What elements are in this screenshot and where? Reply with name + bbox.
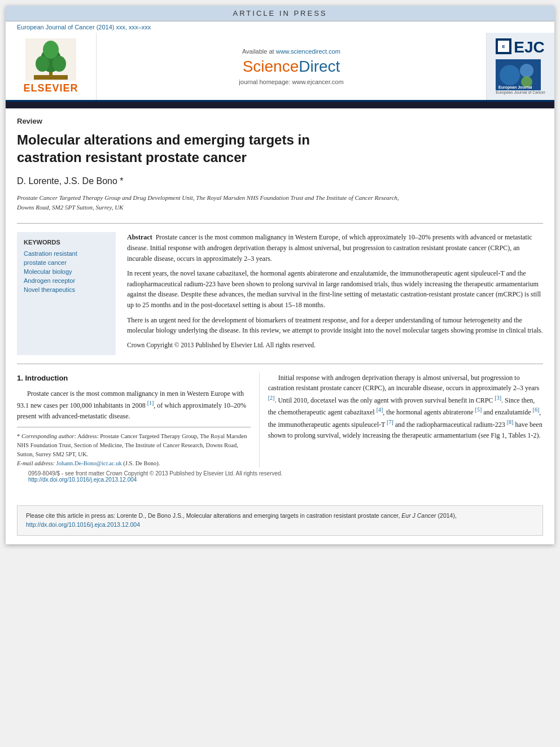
- intro-para-left: Prostate cancer is the most common malig…: [17, 388, 251, 422]
- ref-3[interactable]: [3]: [495, 395, 501, 401]
- authors: D. Lorente, J.S. De Bono *: [17, 176, 543, 186]
- svg-rect-6: [34, 75, 68, 80]
- elsevier-logo: ELSEVIER: [23, 38, 78, 94]
- article-title: Molecular alterations and emerging targe…: [17, 131, 367, 166]
- svg-point-9: [520, 64, 533, 77]
- svg-text:European Journal: European Journal: [498, 85, 532, 90]
- abstract-para-1: Abstract Prostate cancer is the most com…: [127, 232, 543, 264]
- right-column: Initial response with androgen deprivati…: [259, 373, 543, 468]
- ejc-subtitle: European Journal of Cancer: [496, 90, 545, 94]
- article-content: Review Molecular alterations and emergin…: [6, 108, 554, 497]
- affiliation-text: Prostate Cancer Targeted Therapy Group a…: [17, 194, 399, 211]
- article-type-label: Review: [17, 117, 543, 125]
- svg-point-4: [53, 56, 66, 72]
- ejc-logo: E EJC European Journal European Journal …: [496, 38, 545, 94]
- section-title: 1. Introduction: [17, 374, 68, 382]
- svg-point-5: [43, 41, 59, 59]
- journal-homepage-text: journal homepage: www.ejcancer.com: [239, 78, 343, 85]
- ref-8[interactable]: [8]: [507, 419, 514, 425]
- elsevier-tree-icon: [25, 38, 76, 81]
- abstract-section: KEYWORDS Castration resistant prostate c…: [17, 223, 543, 364]
- keywords-title: KEYWORDS: [24, 239, 109, 246]
- email-link[interactable]: Johann.De-Bono@icr.ac.uk: [56, 460, 122, 466]
- abstract-label: Abstract: [127, 233, 156, 241]
- journal-citation: European Journal of Cancer (2014) xxx, x…: [17, 24, 151, 30]
- footnotes: * Corresponding author: Address: Prostat…: [17, 427, 251, 468]
- article-page: ARTICLE IN PRESS European Journal of Can…: [6, 6, 554, 544]
- dark-separator: [6, 102, 554, 108]
- svg-point-8: [500, 65, 520, 85]
- citation-box: Please cite this article in press as: Lo…: [17, 505, 543, 536]
- author-names: D. Lorente, J.S. De Bono *: [17, 176, 124, 186]
- sciencedirect-url[interactable]: www.sciencedirect.com: [276, 48, 340, 55]
- article-in-press-banner: ARTICLE IN PRESS: [6, 6, 554, 21]
- introduction-heading: 1. Introduction: [17, 373, 251, 384]
- ref-4[interactable]: [4]: [377, 407, 383, 413]
- sciencedirect-logo: ScienceDirect: [243, 58, 340, 76]
- issn-text: 0959-8049/$ - see front matter Crown Cop…: [28, 470, 532, 477]
- abstract-para-2: In recent years, the novel taxane cabazi…: [127, 268, 543, 310]
- corresponding-author: * Corresponding author: Address: Prostat…: [17, 432, 251, 458]
- left-column: 1. Introduction Prostate cancer is the m…: [17, 373, 259, 468]
- keywords-box: KEYWORDS Castration resistant prostate c…: [17, 232, 116, 355]
- ejc-logo-area: E EJC European Journal European Journal …: [487, 33, 554, 100]
- affiliation: Prostate Cancer Targeted Therapy Group a…: [17, 193, 412, 212]
- abstract-text: Abstract Prostate cancer is the most com…: [127, 232, 543, 355]
- abstract-para-3: There is an urgent need for the developm…: [127, 315, 543, 336]
- ref-1[interactable]: [1]: [147, 400, 154, 406]
- ref-6[interactable]: [6]: [533, 407, 540, 413]
- banner-text: ARTICLE IN PRESS: [233, 9, 327, 18]
- copyright-text: Crown Copyright © 2013 Published by Else…: [127, 340, 543, 351]
- keyword-2[interactable]: prostate cancer: [24, 259, 109, 266]
- keyword-3[interactable]: Molecular biology: [24, 268, 109, 275]
- keyword-4[interactable]: Androgen receptor: [24, 277, 109, 284]
- journal-header: ELSEVIER Available at www.sciencedirect.…: [6, 33, 554, 102]
- body-section: 1. Introduction Prostate cancer is the m…: [17, 373, 543, 468]
- doi-link[interactable]: http://dx.doi.org/10.1016/j.ejca.2013.12…: [28, 477, 532, 483]
- elsevier-wordmark: ELSEVIER: [23, 82, 78, 94]
- svg-point-3: [36, 56, 49, 72]
- sciencedirect-area: Available at www.sciencedirect.com Scien…: [96, 33, 487, 100]
- ref-5[interactable]: [5]: [475, 407, 482, 413]
- journal-line: European Journal of Cancer (2014) xxx, x…: [6, 21, 554, 33]
- citation-text: Please cite this article in press as: Lo…: [26, 512, 457, 519]
- citation-doi[interactable]: http://dx.doi.org/10.1016/j.ejca.2013.12…: [26, 521, 140, 528]
- ejc-logo-text: EJC: [514, 38, 544, 56]
- issn-bar: 0959-8049/$ - see front matter Crown Cop…: [17, 468, 543, 486]
- email-footnote: E-mail address: Johann.De-Bono@icr.ac.uk…: [17, 459, 251, 468]
- ejc-cover-image: European Journal: [496, 59, 541, 90]
- intro-para-right: Initial response with androgen deprivati…: [268, 373, 543, 441]
- keyword-1[interactable]: Castration resistant: [24, 250, 109, 257]
- available-at-text: Available at www.sciencedirect.com: [242, 48, 340, 55]
- elsevier-logo-area: ELSEVIER: [6, 33, 96, 100]
- ref-2[interactable]: [2]: [268, 395, 275, 401]
- ref-7[interactable]: [7]: [387, 419, 393, 425]
- keyword-5[interactable]: Novel therapeutics: [24, 286, 109, 293]
